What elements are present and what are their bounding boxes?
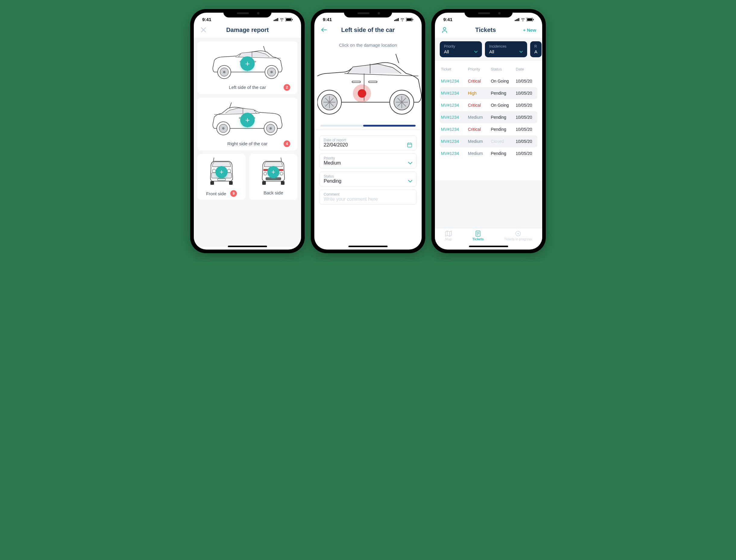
wifi-icon <box>279 18 284 21</box>
chevron-down-icon <box>519 51 523 53</box>
svg-rect-2 <box>292 19 293 20</box>
back-icon[interactable] <box>320 26 328 33</box>
table-row[interactable]: MV#1234MediumPending10/05/20 <box>440 147 537 159</box>
wifi-icon <box>521 18 525 21</box>
svg-rect-31 <box>210 181 214 185</box>
battery-icon <box>285 18 293 21</box>
ticket-date: 10/05/20 <box>516 127 536 132</box>
damage-card-back-side[interactable]: + Back side <box>249 154 297 200</box>
close-icon[interactable] <box>200 26 207 33</box>
damage-card-front-side[interactable]: + Front side 9 <box>197 154 246 200</box>
app-header: Damage report <box>194 23 301 38</box>
add-icon: + <box>267 166 279 178</box>
filter-chips: Priority All Incidences All R <box>435 38 542 61</box>
add-icon: + <box>215 166 228 178</box>
field-placeholder: Write your comment here <box>324 197 412 202</box>
chevron-down-icon <box>474 51 478 53</box>
comment-field[interactable]: Comment Write your comment here <box>319 190 417 205</box>
card-label: Right side of the car <box>227 141 267 146</box>
wifi-icon <box>400 18 405 21</box>
table-row[interactable]: MV#1234CriticalOn Going10/05/20 <box>440 75 537 87</box>
ticket-status: On Going <box>491 79 513 83</box>
profile-icon[interactable] <box>441 26 448 33</box>
damage-card-left-side[interactable]: + Left side of the car 2 <box>197 41 297 94</box>
svg-rect-67 <box>527 18 532 21</box>
card-label: Front side <box>206 191 226 196</box>
damage-marker[interactable] <box>353 84 371 102</box>
battery-icon <box>527 18 534 21</box>
instruction-text: Click on the damage location <box>314 38 422 52</box>
ticket-id: MV#1234 <box>441 115 465 120</box>
ticket-priority: Medium <box>468 115 488 120</box>
new-ticket-button[interactable]: + New <box>523 27 536 33</box>
svg-rect-33 <box>218 179 225 181</box>
chevron-down-icon <box>408 162 412 164</box>
page-title: Damage report <box>207 27 288 33</box>
page-title: Left side of the car <box>328 27 408 33</box>
car-damage-canvas[interactable] <box>314 52 422 119</box>
ticket-status: Pending <box>491 91 513 96</box>
card-label: Back side <box>263 190 283 195</box>
ticket-priority: Critical <box>468 79 488 83</box>
svg-line-27 <box>213 158 214 161</box>
damage-card-right-side[interactable]: + Right side of the car 4 <box>197 98 297 150</box>
svg-line-34 <box>281 158 282 161</box>
ticket-status: Pending <box>491 151 513 156</box>
progress-bar[interactable] <box>320 125 416 127</box>
status-time: 9:41 <box>202 17 211 22</box>
col-date: Date <box>516 67 536 71</box>
tab-label: Tickets <box>472 237 484 241</box>
ticket-status: Pending <box>491 115 513 120</box>
ticket-priority: Medium <box>468 151 488 156</box>
col-ticket: Ticket <box>441 67 465 71</box>
svg-rect-43 <box>413 19 413 20</box>
phone-notch <box>344 9 392 17</box>
phone-notch <box>464 9 513 17</box>
svg-rect-32 <box>229 181 233 185</box>
filter-partial[interactable]: R A <box>530 41 542 57</box>
ticket-date: 10/05/20 <box>516 139 536 144</box>
page-title: Tickets <box>448 27 523 33</box>
status-field[interactable]: Status Pending <box>319 171 417 187</box>
filter-priority[interactable]: Priority All <box>440 41 482 57</box>
table-row[interactable]: MV#1234CriticalPending10/05/20 <box>440 123 537 135</box>
tab-tickets-progress[interactable]: Tickets in progress <box>504 231 532 241</box>
priority-field[interactable]: Priority Medium <box>319 153 417 168</box>
svg-point-36 <box>264 172 267 175</box>
ticket-id: MV#1234 <box>441 91 465 96</box>
count-badge: 2 <box>284 84 290 91</box>
field-label: Status <box>324 174 412 178</box>
filter-incidences[interactable]: Incidences All <box>485 41 527 57</box>
ticket-id: MV#1234 <box>441 103 465 108</box>
cellular-icon <box>274 18 278 21</box>
date-field[interactable]: Date of report 22/04/2020 <box>319 135 417 150</box>
svg-point-69 <box>443 27 446 30</box>
svg-rect-68 <box>533 19 534 20</box>
tab-label: Tickets in progress <box>504 237 532 241</box>
table-row[interactable]: MV#1234MediumPending10/05/20 <box>440 111 537 123</box>
table-row[interactable]: MV#1234CriticalOn Going10/05/20 <box>440 99 537 111</box>
svg-rect-1 <box>286 18 291 21</box>
tab-tickets[interactable]: Tickets <box>472 231 484 241</box>
ticket-id: MV#1234 <box>441 127 465 132</box>
tab-bar: Map Tickets Tickets in progress <box>435 228 542 247</box>
field-label: Date of report <box>324 138 412 142</box>
ticket-status: Pending <box>491 127 513 132</box>
ticket-priority: Critical <box>468 103 488 108</box>
chip-value: A <box>534 49 537 54</box>
app-header: Left side of the car <box>314 23 422 38</box>
count-badge: 9 <box>230 190 237 197</box>
tab-map[interactable]: Map <box>445 231 452 241</box>
calendar-icon <box>407 142 412 148</box>
svg-rect-38 <box>262 181 266 185</box>
field-value: Medium <box>324 160 341 166</box>
table-row[interactable]: MV#1234MediumClosed10/05/20 <box>440 135 537 147</box>
ticket-date: 10/05/20 <box>516 103 536 108</box>
tab-label: Map <box>445 237 451 241</box>
battery-icon <box>406 18 413 21</box>
ticket-date: 10/05/20 <box>516 151 536 156</box>
ticket-priority: High <box>468 91 488 96</box>
table-row[interactable]: MV#1234HighPending10/05/20 <box>440 87 537 99</box>
ticket-status: Closed <box>491 139 513 144</box>
col-priority: Priority <box>468 67 488 71</box>
